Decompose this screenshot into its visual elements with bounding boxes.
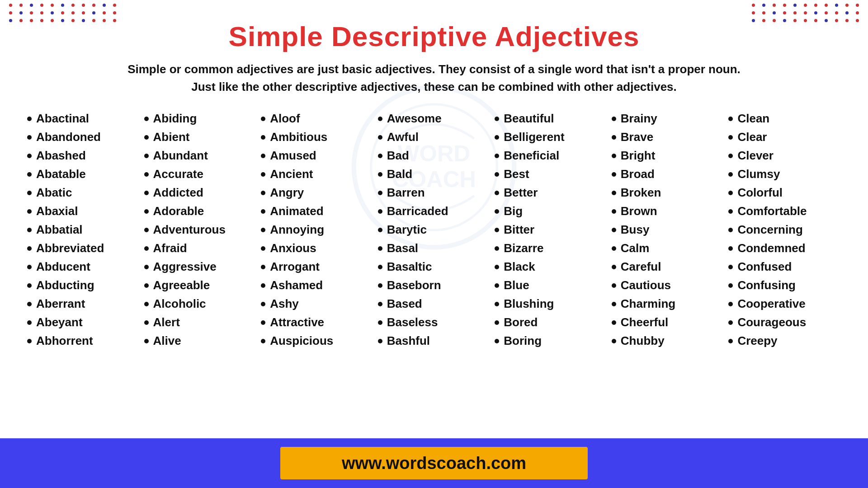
word-label: Baseborn bbox=[387, 278, 441, 292]
list-item: Alive bbox=[144, 332, 257, 350]
word-column-2: AbidingAbientAbundantAccurateAddictedAdo… bbox=[144, 109, 257, 350]
bullet-icon bbox=[27, 117, 32, 121]
word-label: Abiding bbox=[153, 112, 197, 126]
bullet-icon bbox=[261, 135, 265, 140]
list-item: Adventurous bbox=[144, 221, 257, 239]
word-label: Awesome bbox=[387, 112, 442, 126]
word-label: Abhorrent bbox=[36, 334, 93, 348]
list-item: Ambitious bbox=[261, 128, 373, 146]
page-title: Simple Descriptive Adjectives bbox=[27, 20, 841, 52]
list-item: Adorable bbox=[144, 202, 257, 221]
bullet-icon bbox=[612, 209, 616, 214]
word-label: Condemned bbox=[737, 241, 805, 255]
list-item: Clean bbox=[728, 109, 841, 128]
word-label: Agreeable bbox=[153, 278, 210, 292]
word-label: Ashy bbox=[270, 297, 299, 311]
word-label: Alert bbox=[153, 315, 180, 329]
list-item: Clear bbox=[728, 128, 841, 146]
word-label: Comfortable bbox=[737, 204, 807, 218]
list-item: Blue bbox=[495, 276, 607, 295]
word-label: Annoying bbox=[270, 223, 324, 237]
word-label: Calm bbox=[621, 241, 650, 255]
list-item: Creepy bbox=[728, 332, 841, 350]
list-item: Abducting bbox=[27, 276, 140, 295]
bullet-icon bbox=[495, 191, 499, 195]
word-label: Angry bbox=[270, 186, 304, 200]
bullet-icon bbox=[144, 320, 149, 325]
word-label: Abatable bbox=[36, 167, 86, 181]
bullet-icon bbox=[27, 172, 32, 177]
bullet-icon bbox=[27, 209, 32, 214]
word-label: Brainy bbox=[621, 112, 657, 126]
word-label: Baseless bbox=[387, 315, 438, 329]
word-label: Broken bbox=[621, 186, 661, 200]
list-item: Afraid bbox=[144, 239, 257, 258]
word-label: Blue bbox=[504, 278, 529, 292]
bullet-icon bbox=[495, 283, 499, 288]
word-label: Abbreviated bbox=[36, 241, 104, 255]
footer-url-text: www.wordscoach.com bbox=[342, 454, 526, 473]
list-item: Comfortable bbox=[728, 202, 841, 221]
bullet-icon bbox=[27, 320, 32, 325]
bullet-icon bbox=[495, 265, 499, 269]
bullet-icon bbox=[261, 265, 265, 269]
bullet-icon bbox=[378, 135, 382, 140]
word-label: Bald bbox=[387, 167, 412, 181]
bullet-icon bbox=[378, 117, 382, 121]
bullet-icon bbox=[261, 172, 265, 177]
word-label: Chubby bbox=[621, 334, 665, 348]
bullet-icon bbox=[495, 320, 499, 325]
bullet-icon bbox=[612, 172, 616, 177]
word-label: Brown bbox=[621, 204, 657, 218]
list-item: Ancient bbox=[261, 165, 373, 183]
footer-url-box: www.wordscoach.com bbox=[280, 447, 588, 479]
bullet-icon bbox=[144, 117, 149, 121]
bullet-icon bbox=[27, 228, 32, 232]
bullet-icon bbox=[495, 302, 499, 306]
word-label: Abbatial bbox=[36, 223, 83, 237]
word-label: Belligerent bbox=[504, 130, 564, 144]
word-label: Bitter bbox=[504, 223, 534, 237]
bullet-icon bbox=[728, 265, 733, 269]
footer: www.wordscoach.com bbox=[0, 438, 868, 488]
bullet-icon bbox=[728, 135, 733, 140]
list-item: Belligerent bbox=[495, 128, 607, 146]
word-label: Abactinal bbox=[36, 112, 89, 126]
bullet-icon bbox=[378, 246, 382, 251]
bullet-icon bbox=[378, 339, 382, 343]
bullet-icon bbox=[728, 117, 733, 121]
word-label: Bad bbox=[387, 149, 409, 163]
word-label: Cheerful bbox=[621, 315, 668, 329]
word-label: Abandoned bbox=[36, 130, 101, 144]
bullet-icon bbox=[144, 191, 149, 195]
word-label: Aberrant bbox=[36, 297, 85, 311]
bullet-icon bbox=[612, 154, 616, 158]
list-item: Abbatial bbox=[27, 221, 140, 239]
bullet-icon bbox=[261, 228, 265, 232]
word-label: Barricaded bbox=[387, 204, 448, 218]
word-label: Amused bbox=[270, 149, 316, 163]
word-label: Boring bbox=[504, 334, 542, 348]
list-item: Bad bbox=[378, 146, 491, 165]
word-label: Clever bbox=[737, 149, 774, 163]
bullet-icon bbox=[261, 302, 265, 306]
bullet-icon bbox=[144, 246, 149, 251]
bullet-icon bbox=[144, 265, 149, 269]
bullet-icon bbox=[612, 265, 616, 269]
bullet-icon bbox=[144, 209, 149, 214]
word-label: Big bbox=[504, 204, 523, 218]
word-label: Bored bbox=[504, 315, 538, 329]
word-label: Cautious bbox=[621, 278, 671, 292]
list-item: Abbreviated bbox=[27, 239, 140, 258]
list-item: Alert bbox=[144, 313, 257, 332]
list-item: Auspicious bbox=[261, 332, 373, 350]
list-item: Baseless bbox=[378, 313, 491, 332]
word-label: Basal bbox=[387, 241, 418, 255]
list-item: Bashful bbox=[378, 332, 491, 350]
word-label: Basaltic bbox=[387, 260, 432, 274]
word-label: Best bbox=[504, 167, 529, 181]
list-item: Cautious bbox=[612, 276, 724, 295]
word-label: Confused bbox=[737, 260, 792, 274]
word-label: Aggressive bbox=[153, 260, 217, 274]
word-label: Bashful bbox=[387, 334, 430, 348]
